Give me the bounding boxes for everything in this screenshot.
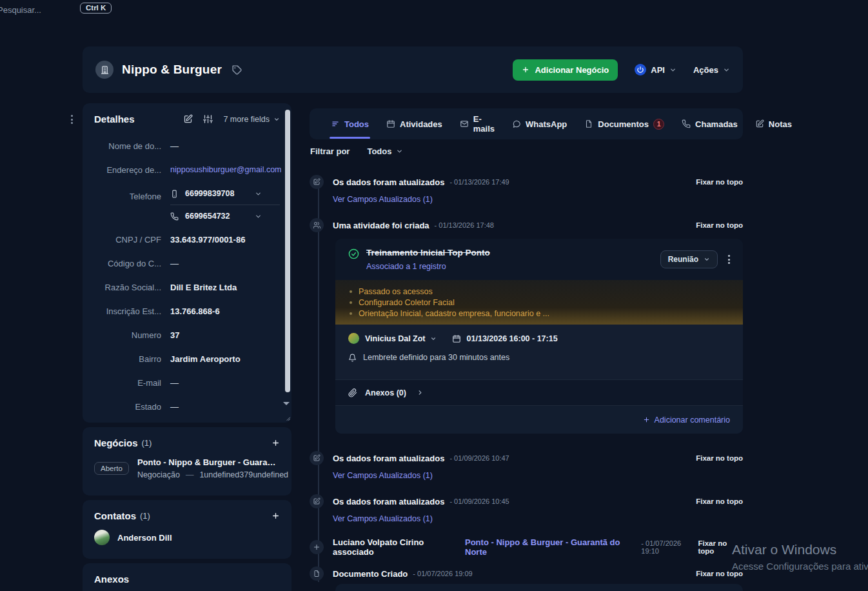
timeline-timestamp: - 01/09/2026 10:47 (449, 454, 509, 462)
add-comment-label: Adicionar comentário (655, 416, 730, 425)
view-updated-fields-link[interactable]: Ver Campos Atualizados (1) (333, 514, 743, 523)
email-link[interactable]: nipposushiburguer@gmail.com (170, 165, 282, 174)
sliders-icon[interactable] (203, 114, 213, 124)
view-updated-fields-link[interactable]: Ver Campos Atualizados (1) (333, 471, 743, 480)
add-comment-button[interactable]: Adicionar comentário (643, 416, 730, 425)
field-label: Bairro (94, 354, 161, 364)
add-contact-icon[interactable] (271, 512, 280, 520)
pin-to-top-button[interactable]: Fixar no topo (696, 221, 743, 229)
field-value: — (170, 402, 179, 412)
watermark-line2: Acesse Configurações para ativ (732, 561, 868, 572)
contacts-title: Contatos (94, 510, 136, 521)
associated-records-link[interactable]: Associado a 1 registro (366, 262, 490, 271)
pin-to-top-button[interactable]: Fixar no topo (696, 497, 743, 505)
more-fields-dropdown[interactable]: 7 more fields (223, 115, 280, 124)
field-row-inscricao: Inscrição Est... 13.766.868-6 (94, 306, 280, 316)
reminder-text: Lembrete definido para 30 minutos antes (363, 353, 509, 362)
timeline-title: Uma atividade foi criada (333, 221, 429, 230)
field-value: — (170, 378, 179, 388)
filter-lines-icon (331, 119, 340, 128)
field-row-razao-social: Razão Social... Dill E Britez Ltda (94, 283, 280, 292)
field-row-numero: Numero 37 (94, 330, 280, 340)
tab-notas[interactable]: Notas (755, 119, 792, 129)
note-item: Passado os acessos (350, 286, 743, 297)
field-row-cnpj: CNPJ / CPF 33.643.977/0001-86 (94, 235, 280, 245)
tab-label: Atividades (400, 119, 442, 129)
plus-icon (522, 66, 529, 74)
scrollbar-down-arrow[interactable] (283, 402, 290, 408)
note-item: Orientação Inicial, cadastro empresa, fu… (350, 308, 743, 319)
tab-documentos[interactable]: Documentos 1 (584, 119, 664, 130)
timeline-item-contact-associated: Luciano Volpato Cirino associado Ponto -… (310, 537, 743, 557)
tab-atividades[interactable]: Atividades (386, 119, 442, 129)
timeline-item-activity-created: Uma atividade foi criada - 01/13/2026 17… (310, 218, 743, 232)
timeline-timestamp: - 01/07/2026 19:10 (641, 539, 698, 555)
field-value: Jardim Aeroporto (170, 354, 241, 364)
chevron-down-icon (669, 66, 676, 74)
field-row-estado: Estado — (94, 402, 280, 412)
field-row-phone: Telefone 66999839708 (94, 189, 280, 221)
tab-whatsapp[interactable]: WhatsApp (512, 119, 567, 129)
deal-record-link[interactable]: Ponto - Nippo & Burguer - Guarantã do No… (465, 537, 636, 557)
kebab-menu-icon[interactable] (728, 255, 730, 264)
edit-icon[interactable] (183, 114, 193, 124)
api-menu[interactable]: API (635, 64, 676, 75)
activity-schedule: Vinicius Dal Zot 01/13/2026 16:00 - 17:1… (335, 325, 743, 379)
phone-landline-row: 6699654732 (170, 212, 280, 221)
contact-list-item[interactable]: Anderson Dill (94, 530, 280, 545)
global-search-input[interactable]: Pesquisar... (0, 5, 41, 15)
pin-to-top-button[interactable]: Fixar no topo (698, 539, 743, 555)
tab-label: E-mails (473, 114, 495, 134)
timeline-item-data-updated-2: Os dados foram atualizados - 01/09/2026 … (310, 451, 743, 480)
contact-name: Anderson Dill (117, 533, 172, 543)
timeline-title: Os dados foram atualizados (333, 177, 444, 187)
tab-label: Documentos (598, 119, 649, 129)
deal-name-link[interactable]: Ponto - Nippo & Burguer - Guarantã do No… (137, 457, 280, 467)
scrollbar-thumb[interactable] (285, 110, 290, 392)
pin-to-top-button[interactable]: Fixar no topo (696, 454, 743, 462)
actions-menu[interactable]: Ações (693, 65, 730, 75)
actions-label: Ações (693, 65, 718, 75)
envelope-icon (460, 119, 469, 128)
chevron-down-icon[interactable] (430, 336, 437, 342)
activity-attachments-row[interactable]: Anexos (0) (335, 379, 743, 405)
panel-drag-handle-icon[interactable] (71, 115, 73, 124)
activity-type-label: Reunião (668, 255, 698, 264)
company-header: Nippo & Burguer Adicionar Negócio API (83, 46, 743, 93)
chevron-down-icon (723, 66, 730, 74)
tab-chamadas[interactable]: Chamadas (682, 119, 738, 129)
filter-dropdown[interactable]: Todos (367, 146, 403, 156)
deal-list-item[interactable]: Aberto Ponto - Nippo & Burguer - Guarant… (94, 457, 280, 479)
tab-todos[interactable]: Todos (331, 119, 369, 129)
resize-grip-icon[interactable] (284, 415, 291, 421)
edit-icon (310, 175, 324, 189)
phone-mobile-value: 66999839708 (185, 189, 234, 198)
bell-icon (348, 354, 357, 362)
document-icon (584, 119, 593, 128)
check-circle-icon[interactable] (348, 248, 359, 259)
activity-tabs: Todos Atividades E-mails WhatsApp Docume… (310, 108, 743, 139)
attachments-count-label: Anexos (0) (365, 388, 406, 397)
plus-icon (310, 540, 324, 554)
pin-to-top-button[interactable]: Fixar no topo (696, 570, 743, 577)
field-row-client-code: Código do C... — (94, 259, 280, 268)
field-label: Estado (94, 402, 161, 412)
phone-icon (170, 212, 179, 221)
chevron-down-icon[interactable] (255, 213, 262, 220)
tab-emails[interactable]: E-mails (460, 114, 495, 134)
pin-to-top-button[interactable]: Fixar no topo (696, 178, 743, 186)
note-edit-icon (755, 119, 764, 128)
activity-title: Treinamento Inicial Top Ponto (366, 248, 490, 257)
view-updated-fields-link[interactable]: Ver Campos Atualizados (1) (333, 195, 743, 204)
add-deal-icon[interactable] (271, 439, 280, 447)
field-value: 33.643.977/0001-86 (170, 235, 245, 245)
activity-type-dropdown[interactable]: Reunião (660, 250, 718, 268)
tag-icon[interactable] (232, 65, 242, 75)
activity-timeline: Os dados foram atualizados - 01/13/2026 … (310, 170, 743, 591)
field-label: Inscrição Est... (94, 306, 161, 316)
field-label: Código do C... (94, 259, 161, 268)
chevron-down-icon[interactable] (255, 190, 262, 197)
filter-value: Todos (367, 146, 391, 156)
add-deal-button[interactable]: Adicionar Negócio (513, 59, 618, 81)
details-title: Detalhes (94, 114, 135, 125)
